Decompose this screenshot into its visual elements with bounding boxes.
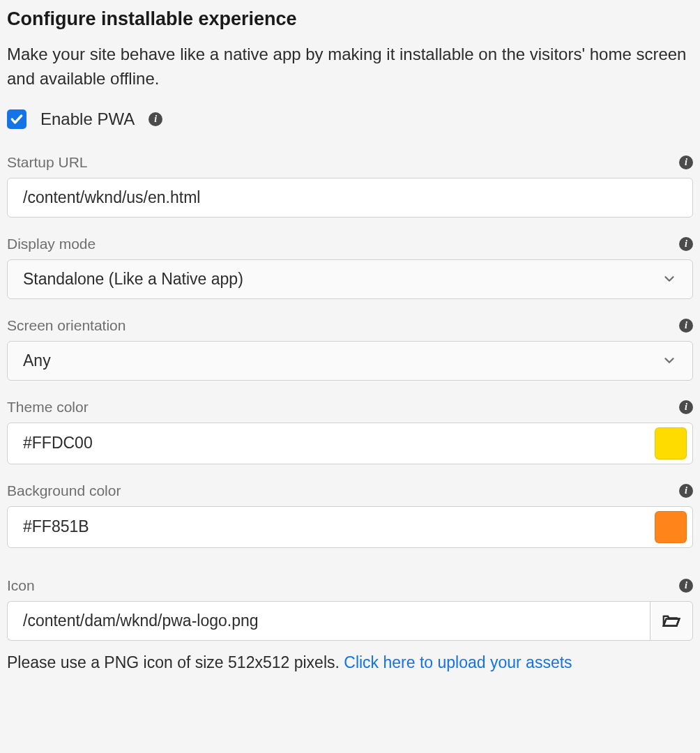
info-icon[interactable]: i [679, 484, 693, 498]
background-color-label: Background color [7, 482, 121, 499]
folder-open-icon [661, 610, 682, 631]
field-display-mode: Display mode i Standalone (Like a Native… [7, 236, 693, 299]
field-screen-orientation: Screen orientation i Any [7, 317, 693, 381]
theme-color-swatch[interactable] [655, 427, 687, 459]
enable-pwa-checkbox[interactable] [7, 109, 26, 129]
theme-color-input[interactable] [23, 434, 655, 452]
upload-assets-link[interactable]: Click here to upload your assets [344, 653, 572, 671]
field-theme-color: Theme color i [7, 399, 693, 464]
display-mode-value: Standalone (Like a Native app) [23, 270, 243, 289]
screen-orientation-value: Any [23, 351, 51, 370]
page-title: Configure installable experience [7, 8, 693, 30]
background-color-swatch[interactable] [655, 511, 687, 543]
background-color-input[interactable] [23, 517, 655, 536]
theme-color-label: Theme color [7, 399, 89, 416]
field-background-color: Background color i [7, 482, 693, 548]
field-icon: Icon i Please use a PNG icon of size 512… [7, 577, 693, 672]
icon-hint: Please use a PNG icon of size 512x512 pi… [7, 653, 693, 672]
page-subtitle: Make your site behave like a native app … [7, 43, 693, 91]
icon-input[interactable] [7, 601, 650, 641]
background-color-row [7, 506, 693, 548]
check-icon [10, 112, 24, 126]
info-icon[interactable]: i [679, 319, 693, 333]
chevron-down-icon [662, 353, 677, 368]
enable-pwa-label: Enable PWA [40, 109, 135, 129]
info-icon[interactable]: i [679, 237, 693, 251]
screen-orientation-label: Screen orientation [7, 317, 125, 334]
startup-url-input[interactable] [7, 178, 693, 218]
info-icon[interactable]: i [679, 400, 693, 414]
theme-color-row [7, 423, 693, 464]
icon-hint-text: Please use a PNG icon of size 512x512 pi… [7, 653, 344, 671]
field-startup-url: Startup URL i [7, 154, 693, 218]
display-mode-select[interactable]: Standalone (Like a Native app) [7, 259, 693, 299]
info-icon[interactable]: i [679, 155, 693, 169]
info-icon[interactable]: i [149, 112, 162, 126]
info-icon[interactable]: i [679, 579, 693, 593]
startup-url-label: Startup URL [7, 154, 88, 171]
chevron-down-icon [662, 271, 677, 287]
screen-orientation-select[interactable]: Any [7, 341, 693, 381]
icon-label: Icon [7, 577, 35, 594]
browse-button[interactable] [650, 601, 693, 641]
display-mode-label: Display mode [7, 236, 96, 252]
enable-pwa-row: Enable PWA i [7, 109, 693, 129]
